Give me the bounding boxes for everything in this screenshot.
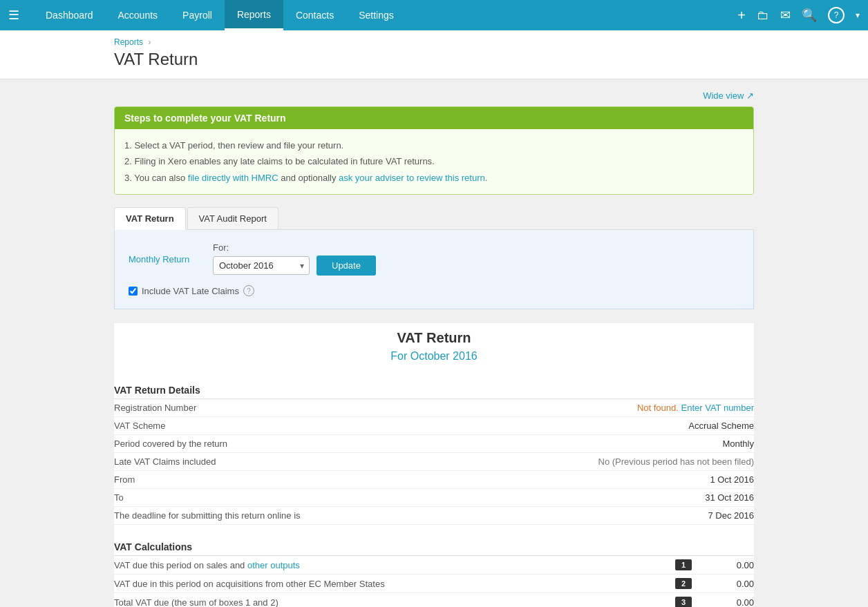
breadcrumb-reports[interactable]: Reports [114, 37, 143, 47]
calc-3-value: 0.00 [699, 597, 754, 607]
period-select-wrapper: October 2016 September 2016 August 2016 [213, 256, 310, 275]
top-nav: ☰ Dashboard Accounts Payroll Reports Con… [0, 0, 868, 30]
row-late-vat: Late VAT Claims included No (Previous pe… [114, 453, 754, 471]
nav-dashboard[interactable]: Dashboard [33, 0, 106, 30]
deadline-value: 7 Dec 2016 [616, 510, 754, 521]
mail-icon[interactable]: ✉ [780, 8, 791, 23]
search-icon[interactable]: 🔍 [802, 8, 817, 23]
include-vat-late-label: Include VAT Late Claims [142, 286, 239, 296]
row-period-covered: Period covered by the return Monthly [114, 435, 754, 453]
period-select[interactable]: October 2016 September 2016 August 2016 [213, 256, 310, 275]
vat-calc-heading: VAT Calculations [114, 536, 754, 556]
breadcrumb: Reports › [114, 37, 754, 47]
tab-bar: VAT Return VAT Audit Report [114, 207, 754, 230]
calc-3-label: Total VAT due (the sum of boxes 1 and 2) [114, 597, 675, 607]
enter-vat-number-link[interactable]: Enter VAT number [681, 403, 755, 413]
late-vat-value: No (Previous period has not been filed) [598, 456, 754, 467]
box-2-badge: 2 [675, 578, 692, 589]
step-1: 1. Select a VAT period, then review and … [124, 137, 744, 153]
for-group: For: October 2016 September 2016 August … [213, 242, 376, 276]
calc-1-value: 0.00 [699, 560, 754, 570]
page-header: Reports › VAT Return [0, 30, 868, 79]
calc-row-3: Total VAT due (the sum of boxes 1 and 2)… [114, 593, 754, 607]
breadcrumb-separator: › [148, 37, 151, 47]
reg-number-value: Not found. Enter VAT number [616, 403, 754, 413]
steps-box: Steps to complete your VAT Return 1. Sel… [114, 106, 754, 195]
include-vat-late-checkbox[interactable] [129, 287, 138, 296]
main-nav: Dashboard Accounts Payroll Reports Conta… [33, 0, 406, 30]
nav-payroll[interactable]: Payroll [170, 0, 225, 30]
from-value: 1 Oct 2016 [616, 474, 754, 485]
page-title: VAT Return [114, 50, 754, 69]
report-title: VAT Return [114, 330, 754, 346]
deadline-label: The deadline for submitting this return … [114, 510, 616, 521]
box-1-badge: 1 [675, 559, 692, 570]
period-covered-value: Monthly [616, 439, 754, 449]
to-value: 31 Oct 2016 [616, 492, 754, 503]
vat-scheme-label: VAT Scheme [114, 421, 616, 431]
calc-2-value: 0.00 [699, 579, 754, 589]
steps-body: 1. Select a VAT period, then review and … [115, 129, 753, 194]
add-button[interactable]: + [737, 8, 746, 23]
report-section: VAT Return For October 2016 VAT Return D… [114, 323, 754, 607]
monthly-return-label: Monthly Return [129, 254, 205, 264]
tab-vat-return[interactable]: VAT Return [114, 207, 186, 230]
late-vat-label: Late VAT Claims included [114, 456, 598, 467]
file-hmrc-link[interactable]: file directly with HMRC [188, 173, 279, 183]
calc-1-label: VAT due this period on sales and other o… [114, 560, 675, 570]
row-to: To 31 Oct 2016 [114, 489, 754, 507]
from-label: From [114, 474, 616, 485]
step-3: 3. You can also file directly with HMRC … [124, 170, 744, 186]
calc-row-1: VAT due this period on sales and other o… [114, 556, 754, 575]
box-3-badge: 3 [675, 597, 692, 607]
form-panel: Monthly Return For: October 2016 Septemb… [114, 230, 754, 309]
vat-late-claims-row: Include VAT Late Claims ? [129, 285, 739, 296]
form-row-period: Monthly Return For: October 2016 Septemb… [129, 242, 739, 276]
step-2: 2. Filing in Xero enables any late claim… [124, 153, 744, 169]
topbar-actions: + 🗀 ✉ 🔍 ? ▾ [737, 7, 860, 23]
row-vat-scheme: VAT Scheme Accrual Scheme [114, 417, 754, 435]
ask-adviser-link[interactable]: ask your adviser to review this return [339, 173, 485, 183]
period-covered-label: Period covered by the return [114, 439, 616, 449]
report-subtitle: For October 2016 [114, 350, 754, 363]
vat-late-help-icon[interactable]: ? [243, 285, 254, 296]
calc-2-label: VAT due in this period on acquisitions f… [114, 579, 675, 589]
steps-header: Steps to complete your VAT Return [115, 107, 753, 129]
user-dropdown[interactable]: ▾ [856, 10, 860, 20]
logo-icon[interactable]: ☰ [8, 8, 19, 23]
row-deadline: The deadline for submitting this return … [114, 507, 754, 525]
main-content: Wide view ↗ Steps to complete your VAT R… [0, 79, 868, 607]
reg-not-found-text: Not found. [637, 403, 679, 413]
tab-vat-audit[interactable]: VAT Audit Report [187, 207, 279, 229]
nav-contacts[interactable]: Contacts [283, 0, 346, 30]
row-from: From 1 Oct 2016 [114, 471, 754, 489]
help-icon[interactable]: ? [828, 7, 845, 23]
nav-reports[interactable]: Reports [225, 0, 283, 30]
vat-details-heading: VAT Return Details [114, 379, 754, 399]
nav-settings[interactable]: Settings [346, 0, 406, 30]
wide-view-container: Wide view ↗ [114, 90, 754, 101]
update-button[interactable]: Update [317, 256, 376, 276]
for-label: For: [213, 242, 376, 253]
reg-number-label: Registration Number [114, 403, 616, 413]
to-label: To [114, 492, 616, 503]
row-registration: Registration Number Not found. Enter VAT… [114, 399, 754, 417]
folder-icon[interactable]: 🗀 [757, 8, 769, 23]
other-outputs-link[interactable]: other outputs [247, 560, 300, 570]
calc-row-2: VAT due in this period on acquisitions f… [114, 575, 754, 593]
wide-view-link[interactable]: Wide view ↗ [703, 90, 754, 101]
vat-scheme-value: Accrual Scheme [616, 421, 754, 431]
nav-accounts[interactable]: Accounts [106, 0, 171, 30]
